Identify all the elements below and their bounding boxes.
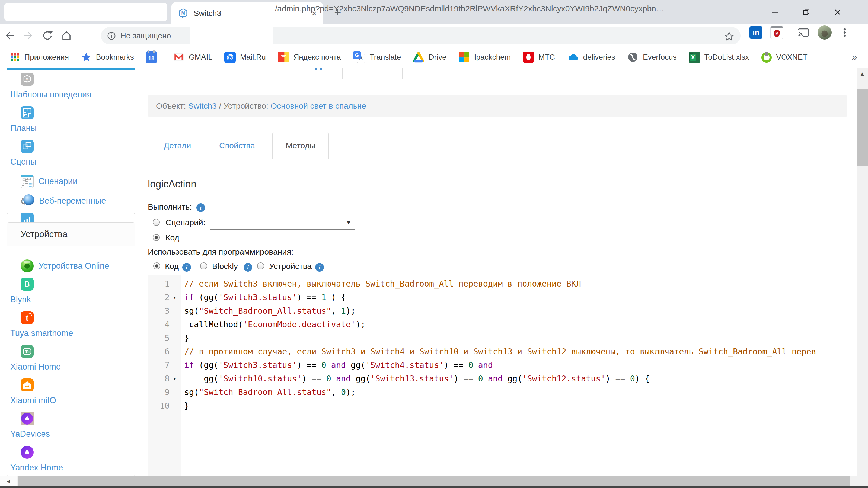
site-info-icon[interactable] — [106, 31, 117, 41]
partial-tab-left[interactable] — [148, 68, 343, 79]
partial-tab-right[interactable] — [402, 68, 847, 79]
window-minimize-button[interactable] — [760, 0, 791, 24]
bookmark-drive[interactable]: Drive — [413, 52, 446, 63]
home-button[interactable] — [57, 30, 76, 41]
bookmark-star-icon[interactable] — [724, 31, 735, 42]
vertical-scrollbar[interactable]: ▲ — [857, 68, 868, 488]
scenario-select[interactable]: ▼ — [210, 216, 355, 230]
sidebar-item-tuya[interactable]: tTuya smarthome — [10, 311, 115, 341]
code-line[interactable]: sg("Switch_Badroom_All.status", 0); — [184, 386, 852, 399]
bookmark-apps[interactable]: Приложения — [10, 52, 69, 62]
sidebar-item-devices-online[interactable]: Устройства Online — [10, 258, 115, 274]
bookmark-everfocus[interactable]: Everfocus — [627, 52, 677, 63]
scenes-icon — [21, 140, 34, 153]
bookmark-label: Translate — [370, 53, 401, 62]
code-line[interactable]: if (gg('Switch3.status') == 1 ) { — [184, 291, 852, 304]
toolbar-separator — [789, 27, 789, 42]
globe-gear-icon: ⚙ — [21, 194, 34, 207]
bookmark-label: ToDoList.xlsx — [705, 53, 749, 62]
scenario-radio[interactable] — [153, 219, 160, 226]
bookmark-todolist[interactable]: X ToDoList.xlsx — [689, 52, 749, 63]
sidebar-item-plans[interactable]: Планы — [10, 106, 115, 136]
sidebar-item-xiaomi-miio[interactable]: miXiaomi miIO — [10, 379, 115, 408]
bookmark-deliveries[interactable]: deliveries — [567, 51, 615, 63]
calendar-icon: 18 — [146, 51, 157, 63]
code-line[interactable]: } — [184, 399, 852, 413]
tab-methods-active[interactable]: Методы — [272, 132, 329, 159]
bookmark-voxnet[interactable]: VOXNET — [761, 52, 807, 63]
code-line[interactable]: callMethod('EconomMode.deactivate'); — [184, 318, 852, 331]
prog-devices-radio[interactable] — [257, 262, 264, 269]
horizontal-scrollbar[interactable]: ◄ — [0, 476, 857, 486]
cast-icon[interactable] — [797, 26, 810, 39]
prog-code-radio[interactable] — [153, 262, 160, 269]
sidebar-item-label: YaDevices — [10, 429, 50, 438]
info-icon[interactable]: i — [244, 262, 252, 272]
editor-code[interactable]: // если Switch3 включен, выключатель Swi… — [181, 275, 852, 476]
code-line[interactable]: // в противном случае, если Switch3 и Sw… — [184, 345, 852, 358]
bookmark-ipackchem[interactable]: Ipackchem — [458, 52, 511, 63]
bookmark-mailru[interactable]: @ Mail.Ru — [224, 52, 266, 63]
tab-blank[interactable] — [4, 3, 167, 21]
kebab-menu-icon[interactable] — [838, 26, 851, 39]
sidebar-item-scenarios[interactable]: Сценарии — [10, 173, 115, 189]
window-restore-button[interactable] — [791, 0, 822, 24]
sidebar-menu-panel: MШаблоны поведения Планы Сцены Сценарии … — [7, 68, 135, 214]
bookmark-gmail[interactable]: GMAIL — [173, 52, 212, 63]
info-icon[interactable]: i — [315, 262, 324, 272]
tab-properties[interactable]: Свойства — [219, 132, 255, 159]
xiaomi-home-icon — [21, 345, 34, 358]
forward-button[interactable] — [19, 30, 38, 41]
bookmarks-overflow-icon[interactable]: » — [852, 52, 857, 63]
browser-window: M Switch3 × + Не защищено /admin.php?pd=… — [0, 0, 868, 488]
prog-blockly-label: Blockly — [212, 262, 238, 271]
code-line[interactable]: if (gg('Switch3.status') == 0 and gg('Sw… — [184, 358, 852, 372]
sidebar-item-behavior-templates[interactable]: MШаблоны поведения — [10, 73, 115, 102]
profile-avatar[interactable] — [817, 26, 832, 40]
bookmark-translate[interactable]: AG Translate — [353, 51, 401, 63]
info-icon[interactable]: i — [196, 203, 205, 212]
yandex-mail-icon — [278, 52, 289, 62]
window-close-button[interactable] — [822, 0, 853, 24]
code-line[interactable]: sg("Switch_Badroom_All.status", 1); — [184, 304, 852, 318]
mts-icon — [523, 52, 534, 63]
bookmark-bookmarks[interactable]: Bookmarks — [81, 52, 134, 63]
excel-icon: X — [689, 52, 700, 63]
sidebar-item-xiaomi-home[interactable]: Xiaomi Home — [10, 345, 115, 375]
code-line[interactable]: // если Switch3 включен, выключатель Swi… — [184, 277, 852, 291]
code-radio[interactable] — [153, 234, 160, 241]
security-label[interactable]: Не защищено — [120, 31, 171, 40]
linkedin-extension-icon[interactable]: in — [749, 26, 763, 39]
info-icon[interactable]: i — [182, 262, 191, 272]
sidebar-item-blynk[interactable]: BBlynk — [10, 278, 115, 307]
horizontal-scroll-thumb[interactable] — [18, 476, 850, 486]
xiaomi-miio-icon: mi — [21, 379, 34, 391]
reload-button[interactable] — [38, 30, 57, 41]
bookmark-calendar[interactable]: 18 — [146, 51, 161, 63]
tuya-icon: t — [21, 311, 34, 324]
url-text[interactable]: /admin.php?pd=Y2xhc3Nlczp7aWQ9NDEsdmlld1… — [275, 0, 709, 18]
code-line[interactable]: gg('Switch10.status') == 0 and gg('Switc… — [184, 372, 852, 386]
vertical-scroll-thumb[interactable] — [857, 90, 868, 166]
bookmark-mts[interactable]: МТС — [523, 52, 555, 63]
scroll-left-icon[interactable]: ◄ — [0, 476, 17, 486]
sidebar-item-yadevices[interactable]: YaDevices — [10, 412, 115, 442]
code-editor[interactable]: 12▾345678▾910 // если Switch3 включен, в… — [148, 275, 852, 476]
bookmark-yandex-mail[interactable]: Яндекс почта — [278, 52, 341, 62]
fold-arrow-icon[interactable]: ▾ — [169, 372, 180, 386]
alice-circle-icon — [21, 446, 34, 459]
sidebar-item-scenes[interactable]: Сцены — [10, 140, 115, 170]
prog-blockly-radio[interactable] — [200, 262, 207, 269]
mcafee-extension-icon[interactable]: M — [770, 26, 783, 39]
breadcrumb-object-link[interactable]: Switch3 — [188, 101, 217, 110]
tab-details[interactable]: Детали — [164, 132, 191, 159]
sidebar-item-yandex-home[interactable]: Yandex Home — [10, 446, 115, 476]
prog-devices-label: Устройства — [269, 262, 312, 271]
fold-arrow-icon[interactable]: ▾ — [169, 291, 180, 304]
breadcrumb-device-link[interactable]: Основной свет в спальне — [271, 101, 367, 110]
sidebar-devices-panel: Устройства Устройства Online BBlynk tTuy… — [7, 222, 135, 476]
sidebar-item-web-variables[interactable]: ⚙Веб-переменные — [10, 193, 115, 209]
scroll-up-icon[interactable]: ▲ — [857, 70, 868, 77]
code-line[interactable]: } — [184, 331, 852, 345]
back-button[interactable] — [0, 30, 19, 41]
